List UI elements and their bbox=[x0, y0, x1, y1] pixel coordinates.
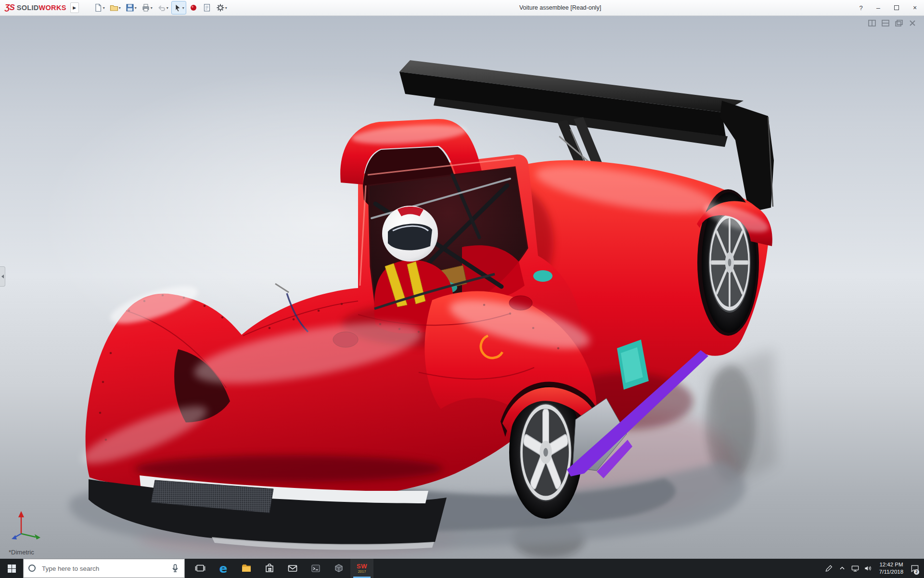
options-button[interactable]: ▾ bbox=[215, 1, 229, 14]
front-wheel-rim bbox=[520, 403, 572, 501]
restore-icon bbox=[894, 5, 899, 10]
quick-access-toolbar: ▾ ▾ ▾ ▾ ▾ ▾ bbox=[92, 1, 229, 14]
helmet-visor bbox=[388, 224, 432, 250]
featuremanager-collapsed-tab[interactable] bbox=[0, 266, 5, 287]
viewport-window-controls bbox=[867, 19, 917, 27]
chevron-down-icon: ▾ bbox=[167, 6, 168, 10]
file-properties-button[interactable] bbox=[201, 1, 213, 14]
taskbar-search bbox=[23, 559, 185, 578]
system-tray: 12:42 PM 7/11/2018 2 bbox=[822, 559, 924, 578]
select-cursor-icon bbox=[173, 3, 182, 12]
viewport-split-horizontal-icon[interactable] bbox=[881, 19, 890, 27]
volume-button[interactable] bbox=[861, 559, 874, 578]
viewport-3d[interactable]: *Dimetric bbox=[0, 16, 924, 559]
windows-logo-icon bbox=[8, 565, 16, 573]
new-document-icon bbox=[94, 3, 103, 12]
store-button[interactable] bbox=[258, 559, 281, 578]
select-tool-button[interactable]: ▾ bbox=[172, 1, 186, 14]
solidworks-taskbar-button[interactable]: SW 2017 bbox=[350, 559, 373, 578]
help-button[interactable]: ? bbox=[853, 0, 869, 15]
chevron-down-icon: ▾ bbox=[119, 6, 121, 10]
car-3d-scene bbox=[0, 16, 924, 559]
microphone-icon[interactable] bbox=[169, 563, 181, 574]
chevron-down-icon: ▾ bbox=[103, 6, 105, 10]
pen-icon bbox=[824, 564, 834, 573]
options-gear-icon bbox=[216, 3, 225, 12]
new-document-button[interactable]: ▾ bbox=[92, 1, 106, 14]
view-orientation-label: *Dimetric bbox=[9, 549, 34, 556]
hidden-icons-button[interactable] bbox=[835, 559, 848, 578]
triad-z-axis bbox=[12, 534, 21, 539]
undo-icon bbox=[157, 3, 166, 12]
action-center-button[interactable]: 2 bbox=[908, 559, 921, 578]
viewport-split-vertical-icon[interactable] bbox=[867, 19, 877, 27]
chevron-down-icon: ▾ bbox=[135, 6, 137, 10]
undo-button[interactable]: ▾ bbox=[156, 1, 170, 14]
viewport-restore-icon[interactable] bbox=[894, 19, 904, 27]
rebuild-button[interactable] bbox=[188, 1, 199, 14]
task-view-icon bbox=[194, 563, 206, 574]
edge-button[interactable]: e bbox=[212, 559, 235, 578]
chevron-down-icon: ▾ bbox=[182, 6, 184, 10]
chevron-down-icon: ▾ bbox=[225, 6, 227, 10]
close-button[interactable]: × bbox=[906, 0, 924, 15]
chevron-right-icon: ▶ bbox=[73, 5, 76, 10]
clock-time: 12:42 PM bbox=[874, 561, 908, 568]
print-icon bbox=[141, 3, 150, 12]
mail-button[interactable] bbox=[281, 559, 304, 578]
taskbar-clock[interactable]: 12:42 PM 7/11/2018 bbox=[874, 561, 908, 576]
taskbar: e bbox=[0, 559, 924, 578]
clock-date: 7/11/2018 bbox=[874, 568, 908, 576]
save-icon bbox=[126, 3, 134, 12]
mail-envelope-icon bbox=[287, 563, 298, 574]
search-input[interactable] bbox=[23, 559, 185, 578]
viewport-close-icon[interactable] bbox=[908, 19, 917, 27]
edge-icon: e bbox=[219, 562, 228, 576]
save-button[interactable]: ▾ bbox=[124, 1, 138, 14]
store-bag-icon bbox=[264, 563, 275, 574]
task-view-button[interactable] bbox=[189, 559, 212, 578]
window-title: Voiture assemblee [Read-only] bbox=[519, 0, 601, 16]
solidworks-icon: SW 2017 bbox=[357, 563, 367, 574]
app-window: ƷS SOLIDWORKS ▶ ▾ ▾ ▾ ▾ ▾ bbox=[0, 0, 924, 578]
file-properties-icon bbox=[203, 3, 211, 12]
minimize-button[interactable]: – bbox=[869, 0, 887, 15]
triad-x-axis bbox=[21, 534, 40, 539]
folder-icon bbox=[241, 563, 252, 574]
chevron-down-icon: ▾ bbox=[151, 6, 153, 10]
brand-text: SOLIDWORKS bbox=[17, 4, 66, 12]
start-button[interactable] bbox=[0, 559, 23, 578]
rebuild-icon bbox=[189, 3, 198, 12]
triad-y-axis bbox=[18, 511, 24, 534]
terminal-app-button[interactable] bbox=[304, 559, 327, 578]
solidworks-logo: ƷS SOLIDWORKS bbox=[0, 3, 66, 13]
windows-ink-button[interactable] bbox=[822, 559, 835, 578]
network-button[interactable] bbox=[848, 559, 861, 578]
open-folder-icon bbox=[110, 3, 118, 12]
cube-icon bbox=[333, 563, 345, 574]
restore-button[interactable] bbox=[887, 0, 906, 15]
cortana-circle-icon bbox=[28, 565, 36, 572]
titlebar: ƷS SOLIDWORKS ▶ ▾ ▾ ▾ ▾ ▾ bbox=[0, 0, 924, 16]
file-explorer-button[interactable] bbox=[235, 559, 258, 578]
notification-badge: 2 bbox=[914, 569, 919, 575]
speaker-icon bbox=[863, 564, 873, 573]
menu-flyout-button[interactable]: ▶ bbox=[70, 2, 79, 13]
window-controls: ? – × bbox=[853, 0, 924, 15]
orientation-triad bbox=[11, 510, 44, 539]
network-icon bbox=[850, 564, 860, 573]
terminal-icon bbox=[310, 563, 321, 574]
ds-logo-mark: ƷS bbox=[5, 3, 14, 13]
chevron-up-icon bbox=[838, 564, 847, 573]
print-button[interactable]: ▾ bbox=[140, 1, 154, 14]
cube-app-button[interactable] bbox=[327, 559, 350, 578]
open-button[interactable]: ▾ bbox=[108, 1, 122, 14]
